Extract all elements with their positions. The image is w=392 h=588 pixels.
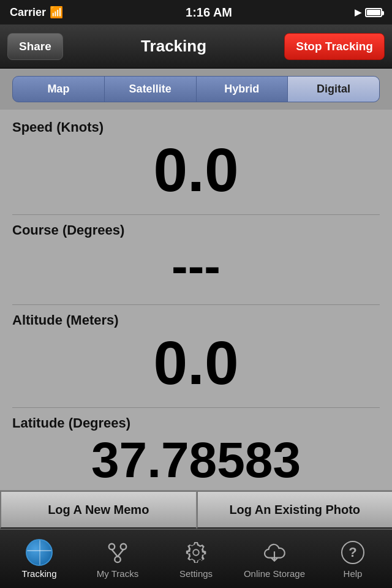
svg-line-4 (118, 549, 124, 556)
battery-icon (365, 8, 382, 17)
tab-tracking-label: Tracking (22, 568, 57, 579)
tracks-icon-container (104, 539, 131, 566)
speed-label: Speed (Knots) (12, 119, 380, 135)
svg-point-1 (121, 544, 127, 550)
tab-my-tracks[interactable]: My Tracks (78, 530, 157, 588)
gear-icon-container (183, 539, 209, 566)
status-bar: Carrier 📶 1:16 AM ▶ (0, 0, 392, 24)
log-photo-button[interactable]: Log An Existing Photo (197, 491, 393, 529)
content-area: Map Satellite Hybrid Digital Speed (Knot… (0, 69, 392, 529)
course-section: Course (Degrees) --- (12, 222, 380, 292)
tab-map[interactable]: Map (13, 77, 105, 102)
latitude-section: Latitude (Degrees) 37.78583 (12, 415, 380, 486)
tab-satellite[interactable]: Satellite (105, 77, 197, 102)
log-memo-button[interactable]: Log A New Memo (0, 491, 197, 529)
altitude-label: Altitude (Meters) (12, 312, 380, 328)
metrics-area: Speed (Knots) 0.0 Course (Degrees) --- A… (0, 110, 392, 490)
course-label: Course (Degrees) (12, 222, 380, 238)
tab-digital[interactable]: Digital (288, 77, 379, 102)
bottom-buttons: Log A New Memo Log An Existing Photo (0, 490, 392, 529)
speed-value: 0.0 (12, 138, 380, 202)
tracks-icon (106, 541, 129, 564)
status-time: 1:16 AM (186, 6, 232, 20)
help-icon-container: ? (339, 539, 366, 566)
altitude-section: Altitude (Meters) 0.0 (12, 312, 380, 395)
globe-icon-container (26, 539, 53, 566)
carrier-label: Carrier (10, 6, 46, 19)
divider-1 (12, 214, 380, 215)
location-icon: ▶ (355, 7, 361, 17)
altitude-value: 0.0 (12, 331, 380, 395)
gear-icon (184, 541, 208, 564)
nav-title: Tracking (141, 37, 206, 56)
divider-2 (12, 304, 380, 305)
tab-online-storage[interactable]: Online Storage (235, 530, 314, 588)
nav-bar: Share Tracking Stop Tracking (0, 24, 392, 69)
cloud-icon-container (261, 539, 288, 566)
tab-online-storage-label: Online Storage (244, 568, 305, 579)
tab-help[interactable]: ? Help (314, 530, 392, 588)
status-right-icons: ▶ (355, 7, 382, 17)
segment-control: Map Satellite Hybrid Digital (12, 76, 380, 102)
segment-wrapper: Map Satellite Hybrid Digital (0, 69, 392, 110)
help-icon: ? (341, 541, 364, 564)
share-button[interactable]: Share (7, 33, 63, 60)
speed-section: Speed (Knots) 0.0 (12, 119, 380, 202)
globe-icon (26, 539, 53, 566)
tab-settings[interactable]: Settings (157, 530, 235, 588)
divider-3 (12, 407, 380, 408)
course-value: --- (12, 241, 380, 292)
tab-tracking[interactable]: Tracking (0, 530, 78, 588)
tab-settings-label: Settings (179, 568, 213, 579)
svg-line-3 (112, 549, 118, 556)
tab-my-tracks-label: My Tracks (97, 568, 138, 579)
latitude-value: 37.78583 (12, 434, 380, 486)
cloud-icon (263, 541, 286, 564)
tab-bar: Tracking My Tracks Settings (0, 529, 392, 588)
tab-help-label: Help (344, 568, 363, 579)
svg-point-2 (115, 557, 121, 563)
wifi-icon: 📶 (50, 6, 63, 19)
carrier-info: Carrier 📶 (10, 6, 63, 19)
latitude-label: Latitude (Degrees) (12, 415, 380, 431)
tab-hybrid[interactable]: Hybrid (197, 77, 288, 102)
stop-tracking-button[interactable]: Stop Tracking (284, 33, 385, 60)
svg-point-0 (109, 544, 115, 550)
